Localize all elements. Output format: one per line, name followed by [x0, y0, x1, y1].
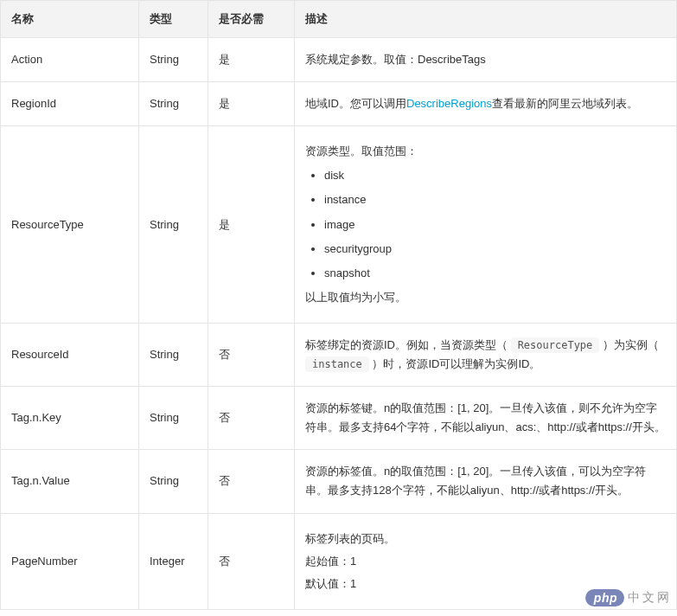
describe-regions-link[interactable]: DescribeRegions — [406, 97, 492, 110]
desc-line: 起始值：1 — [305, 552, 666, 571]
desc-line: 标签列表的页码。 — [305, 529, 666, 549]
desc-text: 资源的标签值。n的取值范围：[1, 20]。一旦传入该值，可以为空字符串。最多支… — [305, 465, 646, 497]
cell-required: 否 — [208, 513, 295, 609]
cell-name: Action — [1, 38, 139, 82]
cell-name: Tag.n.Key — [1, 387, 139, 450]
table-row: ResourceType String 是 资源类型。取值范围： disk in… — [1, 126, 677, 324]
desc-prefix: 地域ID。您可以调用 — [305, 97, 406, 110]
cell-name: ResourceType — [1, 126, 139, 324]
cell-required: 是 — [208, 126, 295, 324]
cell-required: 是 — [208, 38, 295, 82]
cell-required: 否 — [208, 450, 295, 513]
desc-tail: 以上取值均为小写。 — [305, 288, 666, 307]
desc-title: 资源类型。取值范围： — [305, 142, 666, 161]
enum-item: image — [324, 215, 666, 234]
cell-description: 标签绑定的资源ID。例如，当资源类型（ ResourceType ）为实例（ i… — [295, 323, 677, 386]
desc-part: ）为实例（ — [603, 338, 659, 351]
cell-type: String — [139, 450, 208, 513]
enum-list: disk instance image securitygroup snapsh… — [305, 166, 666, 282]
enum-item: securitygroup — [324, 240, 666, 259]
enum-item: snapshot — [324, 264, 666, 283]
cell-name: ResourceId — [1, 323, 139, 386]
enum-item: instance — [324, 190, 666, 209]
desc-text: 系统规定参数。取值：DescribeTags — [305, 53, 486, 66]
cell-name: RegionId — [1, 82, 139, 126]
table-row: PageNumber Integer 否 标签列表的页码。 起始值：1 默认值：… — [1, 513, 677, 609]
cell-description: 标签列表的页码。 起始值：1 默认值：1 — [295, 513, 677, 609]
cell-required: 否 — [208, 387, 295, 450]
cell-type: Integer — [139, 513, 208, 609]
cell-required: 是 — [208, 82, 295, 126]
cell-type: String — [139, 38, 208, 82]
cell-type: String — [139, 323, 208, 386]
cell-description: 资源类型。取值范围： disk instance image securityg… — [295, 126, 677, 324]
cell-name: Tag.n.Value — [1, 450, 139, 513]
desc-part: ）时，资源ID可以理解为实例ID。 — [372, 357, 540, 370]
cell-description: 资源的标签值。n的取值范围：[1, 20]。一旦传入该值，可以为空字符串。最多支… — [295, 450, 677, 513]
desc-line: 默认值：1 — [305, 574, 666, 594]
cell-type: String — [139, 387, 208, 450]
cell-name: PageNumber — [1, 513, 139, 609]
cell-description: 地域ID。您可以调用DescribeRegions查看最新的阿里云地域列表。 — [295, 82, 677, 126]
col-header-type: 类型 — [139, 1, 208, 38]
table-row: Tag.n.Key String 否 资源的标签键。n的取值范围：[1, 20]… — [1, 387, 677, 450]
cell-type: String — [139, 82, 208, 126]
code-resource-type: ResourceType — [511, 337, 600, 353]
cell-type: String — [139, 126, 208, 324]
cell-description: 系统规定参数。取值：DescribeTags — [295, 38, 677, 82]
table-row: Tag.n.Value String 否 资源的标签值。n的取值范围：[1, 2… — [1, 450, 677, 513]
enum-item: disk — [324, 166, 666, 185]
cell-required: 否 — [208, 323, 295, 386]
params-table: 名称 类型 是否必需 描述 Action String 是 系统规定参数。取值：… — [0, 0, 677, 610]
col-header-name: 名称 — [1, 1, 139, 38]
table-header-row: 名称 类型 是否必需 描述 — [1, 1, 677, 38]
cell-description: 资源的标签键。n的取值范围：[1, 20]。一旦传入该值，则不允许为空字符串。最… — [295, 387, 677, 450]
desc-suffix: 查看最新的阿里云地域列表。 — [492, 97, 638, 110]
table-row: ResourceId String 否 标签绑定的资源ID。例如，当资源类型（ … — [1, 323, 677, 386]
code-instance: instance — [305, 356, 369, 372]
table-row: RegionId String 是 地域ID。您可以调用DescribeRegi… — [1, 82, 677, 126]
col-header-description: 描述 — [295, 1, 677, 38]
col-header-required: 是否必需 — [208, 1, 295, 38]
desc-part: 标签绑定的资源ID。例如，当资源类型（ — [305, 338, 508, 351]
table-row: Action String 是 系统规定参数。取值：DescribeTags — [1, 38, 677, 82]
desc-text: 资源的标签键。n的取值范围：[1, 20]。一旦传入该值，则不允许为空字符串。最… — [305, 401, 666, 433]
